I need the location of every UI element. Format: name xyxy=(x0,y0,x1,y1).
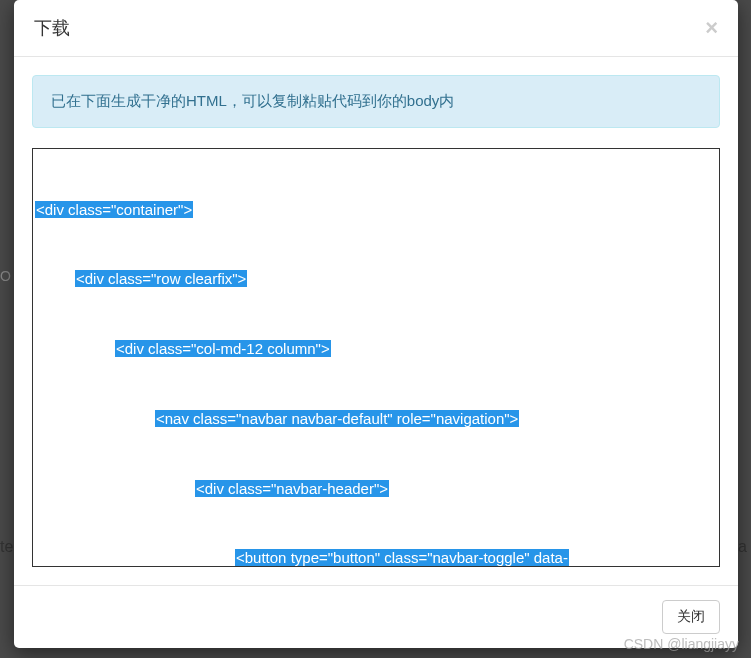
generated-html-output[interactable]: <div class="container"> <div class="row … xyxy=(32,148,720,567)
backdrop-fragment: O xyxy=(0,268,11,284)
code-line[interactable]: <div class="row clearfix"> xyxy=(75,270,247,287)
code-line[interactable]: <div class="col-md-12 column"> xyxy=(115,340,331,357)
info-alert: 已在下面生成干净的HTML，可以复制粘贴代码到你的body内 xyxy=(32,75,720,128)
modal-footer: 关闭 xyxy=(14,585,738,648)
modal-title: 下载 xyxy=(34,16,70,40)
download-modal: 下载 × 已在下面生成干净的HTML，可以复制粘贴代码到你的body内 <div… xyxy=(14,0,738,648)
close-icon[interactable]: × xyxy=(705,17,718,39)
code-line[interactable]: <nav class="navbar navbar-default" role=… xyxy=(155,410,519,427)
modal-body: 已在下面生成干净的HTML，可以复制粘贴代码到你的body内 <div clas… xyxy=(14,57,738,585)
code-line[interactable]: <button type="button" class="navbar-togg… xyxy=(235,549,569,566)
backdrop-fragment: te xyxy=(0,538,13,556)
code-line[interactable]: <div class="navbar-header"> xyxy=(195,480,389,497)
close-button[interactable]: 关闭 xyxy=(662,600,720,634)
backdrop-fragment: a xyxy=(738,538,747,556)
code-line[interactable]: <div class="container"> xyxy=(35,201,193,218)
modal-header: 下载 × xyxy=(14,0,738,57)
code-content[interactable]: <div class="container"> <div class="row … xyxy=(35,151,717,567)
